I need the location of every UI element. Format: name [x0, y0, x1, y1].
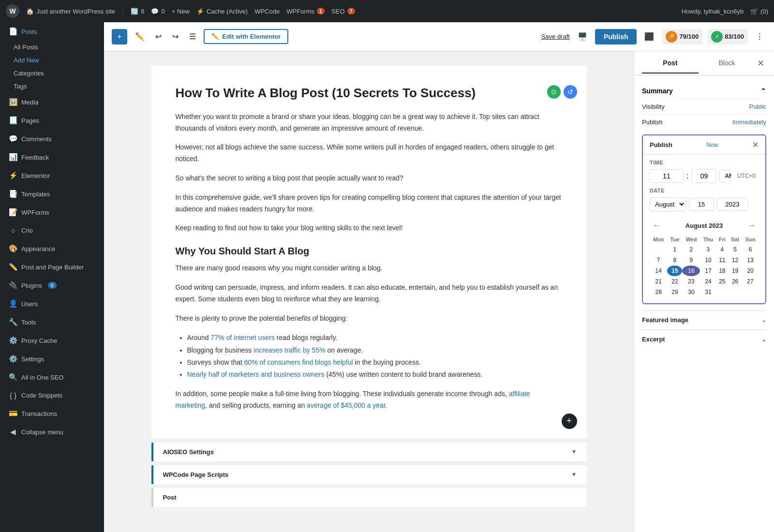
undo-button[interactable]: ↩	[152, 29, 164, 44]
sidebar-item-media[interactable]: 🖼️ Media	[0, 93, 104, 111]
calendar-day[interactable]: 15	[667, 266, 682, 276]
calendar-day[interactable]: 12	[728, 255, 742, 266]
sidebar-item-elementor[interactable]: ⚡ Elementor	[0, 166, 104, 185]
calendar-day[interactable]: 23	[682, 276, 700, 287]
post-section[interactable]: Post	[151, 488, 587, 507]
redo-button[interactable]: ↪	[169, 29, 181, 44]
calendar-day[interactable]: 21	[650, 276, 667, 287]
calendar-day[interactable]: 13	[742, 255, 759, 266]
sidebar-item-wpforms[interactable]: 📝 WPForms	[0, 203, 104, 222]
publish-button[interactable]: Publish	[595, 29, 637, 44]
calendar-day[interactable]: 28	[650, 287, 667, 297]
list-view-button[interactable]: ☰	[186, 29, 199, 44]
sidebar-item-code-snippets[interactable]: { } Code Snippets	[0, 386, 104, 404]
calendar-day[interactable]: 29	[667, 287, 682, 297]
link-internet-users[interactable]: 77% of internet users	[211, 334, 275, 341]
month-select[interactable]: August	[650, 197, 686, 211]
wpcode-link[interactable]: WPCode	[254, 8, 280, 15]
popup-close-button[interactable]: ✕	[752, 140, 759, 149]
site-name[interactable]: 🏠 Just another WordPress site	[26, 8, 115, 15]
more-options-button[interactable]: ⋮	[753, 29, 766, 44]
calendar-day[interactable]: 19	[728, 266, 742, 276]
sidebar-item-comments[interactable]: 💬 Comments	[0, 130, 104, 148]
featured-image-header[interactable]: Featured image ⌄	[642, 316, 766, 324]
sidebar-item-crio[interactable]: ○ Crio	[0, 222, 104, 239]
link-salary[interactable]: average of $45,000 a year	[307, 401, 386, 409]
sidebar-item-appearance[interactable]: 🎨 Appearance	[0, 239, 104, 258]
calendar-day[interactable]: 11	[716, 255, 728, 266]
sidebar-item-users[interactable]: 👤 Users	[0, 295, 104, 313]
summary-header[interactable]: Summary ⌃	[642, 83, 766, 99]
sidebar-item-plugins[interactable]: 🔌 Plugins 6	[0, 276, 104, 295]
link-marketers[interactable]: Nearly half of marketers and business ow…	[187, 370, 325, 378]
am-button[interactable]: AM	[720, 170, 731, 182]
calendar-day[interactable]: 5	[728, 244, 742, 255]
sidebar-item-transactions[interactable]: 💳 Transactions	[0, 404, 104, 423]
calendar-day[interactable]: 3	[700, 244, 716, 255]
calendar-day[interactable]: 22	[667, 276, 682, 287]
publish-row-value[interactable]: Immediately	[732, 118, 766, 126]
minutes-input[interactable]	[691, 169, 716, 183]
tab-block[interactable]: Block	[699, 53, 755, 74]
calendar-day[interactable]: 17	[700, 266, 716, 276]
new-link[interactable]: + New	[172, 8, 190, 15]
sidebar-item-categories[interactable]: Categories	[0, 67, 104, 80]
calendar-day[interactable]: 9	[682, 255, 700, 266]
calendar-day[interactable]: 16	[682, 266, 700, 276]
calendar-day[interactable]: 10	[700, 255, 716, 266]
save-draft-button[interactable]: Save draft	[541, 33, 570, 40]
calendar-day[interactable]: 7	[650, 255, 667, 266]
seo-score-badge[interactable]: 🔑 79/100	[662, 29, 702, 44]
updates-link[interactable]: 🔄 8	[131, 8, 144, 15]
tab-post[interactable]: Post	[642, 53, 699, 74]
calendar-day[interactable]: 14	[650, 266, 667, 276]
calendar-day[interactable]: 8	[667, 255, 682, 266]
comments-link[interactable]: 💬 0	[151, 8, 164, 15]
seo-link[interactable]: SEO 7	[331, 8, 355, 15]
settings-panel-button[interactable]: ⬛	[641, 29, 657, 44]
hours-input[interactable]	[650, 169, 684, 183]
sidebar-item-settings[interactable]: ⚙️ Settings	[0, 350, 104, 368]
sidebar-item-feedback[interactable]: 📊 Feedback	[0, 148, 104, 166]
wordpress-logo[interactable]: W	[6, 4, 19, 18]
calendar-day[interactable]: 26	[728, 276, 742, 287]
sidebar-item-tags[interactable]: Tags	[0, 80, 104, 93]
wpforms-link[interactable]: WPForms 1	[286, 8, 325, 15]
calendar-day[interactable]: 2	[682, 244, 700, 255]
calendar-day[interactable]: 1	[667, 244, 682, 255]
sidebar-item-collapse[interactable]: ◀ Collapse menu	[0, 423, 104, 441]
wpcode-section[interactable]: WPCode Page Scripts ▼	[151, 465, 587, 484]
post-content-area[interactable]: ⊙ ↺ How To Write A Blog Post (10 Secrets…	[104, 51, 634, 532]
sidebar-item-tools[interactable]: 🔧 Tools	[0, 313, 104, 331]
excerpt-header[interactable]: Excerpt ⌄	[642, 336, 766, 343]
calendar-day[interactable]: 6	[742, 244, 759, 255]
sidebar-item-post-page-builder[interactable]: ✏️ Post and Page Builder	[0, 258, 104, 276]
sidebar-item-templates[interactable]: 📑 Templates	[0, 185, 104, 203]
sidebar-item-all-posts[interactable]: All Posts	[0, 41, 104, 54]
sidebar-item-proxy-cache[interactable]: ⚙️ Proxy Cache	[0, 331, 104, 350]
day-input[interactable]	[689, 198, 714, 211]
sidebar-item-add-new[interactable]: Add New	[0, 54, 104, 67]
add-block-button[interactable]: +	[562, 414, 577, 429]
sidebar-item-posts[interactable]: 📄 Posts	[0, 22, 104, 41]
readability-score-badge[interactable]: ✓ 83/100	[707, 29, 748, 44]
edit-mode-button[interactable]: ✏️	[132, 29, 148, 44]
refresh-icon-circle[interactable]: ↺	[564, 85, 577, 99]
add-block-toolbar-button[interactable]: +	[112, 29, 127, 44]
cart-link[interactable]: 🛒 (0)	[750, 8, 768, 15]
cal-prev-button[interactable]: ←	[650, 220, 663, 231]
calendar-day[interactable]: 4	[716, 244, 728, 255]
calendar-day[interactable]: 31	[700, 287, 716, 297]
now-link[interactable]: Now	[706, 142, 718, 148]
preview-button[interactable]: 🖥️	[575, 29, 590, 44]
calendar-day[interactable]: 27	[742, 276, 759, 287]
calendar-day[interactable]: 25	[716, 276, 728, 287]
cache-link[interactable]: ⚡ Cache (Active)	[196, 8, 248, 15]
link-consumers[interactable]: 60% of consumers find blogs helpful	[244, 358, 353, 366]
visibility-value[interactable]: Public	[749, 103, 766, 110]
calendar-day[interactable]: 24	[700, 276, 716, 287]
edit-elementor-button[interactable]: ✏️ Edit with Elementor	[204, 29, 288, 44]
sidebar-item-aioseo[interactable]: 🔍 All in One SEO	[0, 368, 104, 386]
sidebar-item-pages[interactable]: 📃 Pages	[0, 111, 104, 130]
link-traffic[interactable]: increases traffic by 55%	[253, 346, 325, 354]
